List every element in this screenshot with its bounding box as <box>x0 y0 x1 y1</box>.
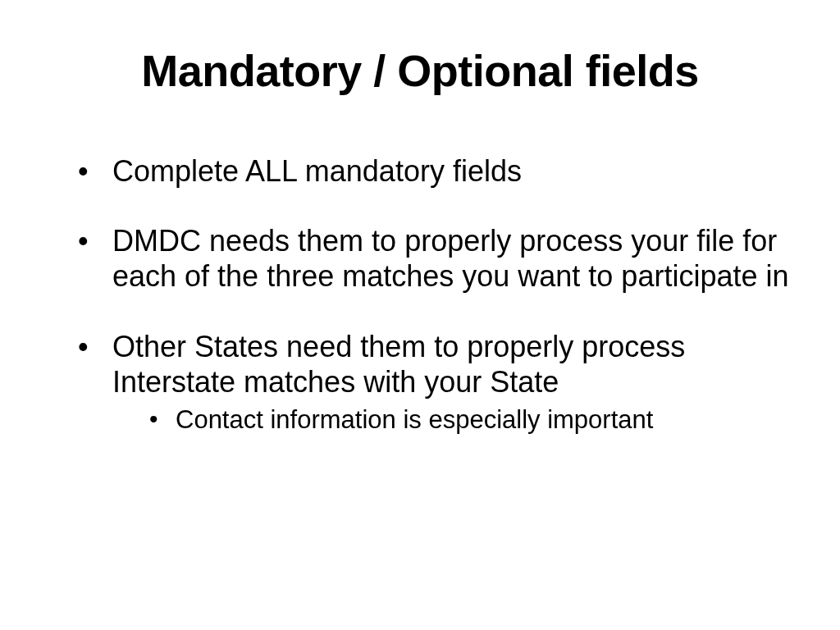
list-item: Other States need them to properly proce… <box>78 329 799 436</box>
slide-container: Mandatory / Optional fields Complete ALL… <box>0 0 840 630</box>
list-item-text: DMDC needs them to properly process your… <box>112 224 788 293</box>
sub-list-item: Contact information is especially import… <box>149 404 799 435</box>
sub-bullet-list: Contact information is especially import… <box>149 404 799 435</box>
slide-title: Mandatory / Optional fields <box>41 45 799 96</box>
list-item: DMDC needs them to properly process your… <box>78 223 799 294</box>
list-item-text: Other States need them to properly proce… <box>112 330 685 399</box>
sub-list-item-text: Contact information is especially import… <box>176 405 653 434</box>
bullet-list: Complete ALL mandatory fields DMDC needs… <box>78 153 799 435</box>
list-item: Complete ALL mandatory fields <box>78 153 799 189</box>
list-item-text: Complete ALL mandatory fields <box>112 154 522 188</box>
